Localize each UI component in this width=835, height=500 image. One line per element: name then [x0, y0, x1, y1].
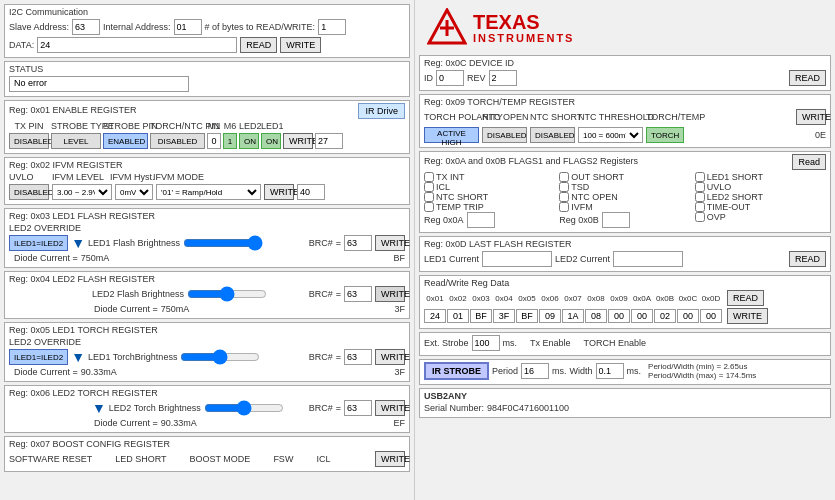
enable-reg-val[interactable] — [315, 133, 343, 149]
i2c-read-button[interactable]: READ — [240, 37, 277, 53]
rw-val-03[interactable]: BF — [470, 309, 492, 323]
flag-ivfm-checkbox[interactable] — [559, 202, 569, 212]
flag-tsd-row: TSD — [559, 182, 690, 192]
enable-write-button[interactable]: WRITE — [283, 133, 313, 149]
led1-toggle[interactable]: ON — [261, 133, 281, 149]
led1-torch-brc-val[interactable] — [344, 349, 372, 365]
strobe-pin-toggle[interactable]: ENABLED — [103, 133, 148, 149]
led2-torch-slider[interactable] — [204, 402, 284, 414]
led2-flash-write-button[interactable]: WRITE — [375, 286, 405, 302]
led2-diode-label: Diode Current = — [94, 304, 158, 314]
flag-icl-checkbox[interactable] — [424, 182, 434, 192]
rw-val-09[interactable]: 00 — [608, 309, 630, 323]
flag-uvlo-checkbox[interactable] — [695, 182, 705, 192]
rw-val-0b[interactable]: 02 — [654, 309, 676, 323]
last-flash-read-button[interactable]: READ — [789, 251, 826, 267]
rw-read-button[interactable]: READ — [727, 290, 764, 306]
torch-ntc-toggle[interactable]: DISABLED — [150, 133, 205, 149]
rw-val-0a[interactable]: 00 — [631, 309, 653, 323]
ifvm-level-select[interactable]: 3.00 ~ 2.9V — [52, 184, 112, 200]
rw-val-02[interactable]: 01 — [447, 309, 469, 323]
rw-val-06[interactable]: 09 — [539, 309, 561, 323]
flag-out-short-checkbox[interactable] — [559, 172, 569, 182]
device-rev-input[interactable] — [489, 70, 517, 86]
strobe-type-toggle[interactable]: LEVEL — [51, 133, 101, 149]
period-input[interactable] — [521, 363, 549, 379]
m1-header: M1 — [207, 121, 221, 131]
flag-temp-trip-checkbox[interactable] — [424, 202, 434, 212]
flag-ntc-short-row: NTC SHORT — [424, 192, 555, 202]
torch-polarity-toggle[interactable]: ACTIVE HIGH — [424, 127, 479, 143]
torch-toggle[interactable]: TORCH — [646, 127, 684, 143]
led2-torch-brc-equals: = — [336, 403, 341, 413]
led1-flash-slider[interactable] — [183, 237, 263, 249]
uvlo-toggle[interactable]: DISABLED — [9, 184, 49, 200]
period-ms: ms. — [552, 366, 567, 376]
rw-val-0c[interactable]: 00 — [677, 309, 699, 323]
led1-flash-brc-val[interactable] — [344, 235, 372, 251]
torch-ntc-header: TORCH/NTC PIN — [150, 121, 205, 131]
rw-val-05[interactable]: BF — [516, 309, 538, 323]
ntc-open-toggle[interactable]: DISABLED — [482, 127, 527, 143]
flag-temp-trip-row: TEMP TRIP — [424, 202, 555, 212]
led2-toggle[interactable]: ON — [239, 133, 259, 149]
rw-val-0d[interactable]: 00 — [700, 309, 722, 323]
led2-override-toggle[interactable]: ILED1=ILED2 — [9, 235, 68, 251]
rw-val-04[interactable]: 3F — [493, 309, 515, 323]
led1-torch-slider[interactable] — [180, 351, 260, 363]
ifvm-hyst-select[interactable]: 0mV — [115, 184, 153, 200]
last-flash-led1-input[interactable] — [482, 251, 552, 267]
icl-label: ICL — [316, 454, 330, 464]
torch-temp-write-button[interactable]: WRITE — [796, 109, 826, 125]
led1-torch-override-toggle[interactable]: ILED1=ILED2 — [9, 349, 68, 365]
reg-0b-input[interactable] — [602, 212, 630, 228]
i2c-write-button[interactable]: WRITE — [280, 37, 321, 53]
flag-icl-row: ICL — [424, 182, 555, 192]
torch-enable-label: TORCH Enable — [584, 338, 646, 348]
flag-tsd-checkbox[interactable] — [559, 182, 569, 192]
ntc-threshold-select[interactable]: 100 = 600mV — [578, 127, 643, 143]
led1-flash-write-button[interactable]: WRITE — [375, 235, 405, 251]
ext-strobe-input[interactable] — [472, 335, 500, 351]
width-input[interactable] — [596, 363, 624, 379]
flag-tx-int-checkbox[interactable] — [424, 172, 434, 182]
rw-val-07[interactable]: 1A — [562, 309, 584, 323]
m6-toggle[interactable]: 1 — [223, 133, 237, 149]
led2-flash-brc-val[interactable] — [344, 286, 372, 302]
last-flash-led2-input[interactable] — [613, 251, 683, 267]
device-id-input[interactable] — [436, 70, 464, 86]
led2-torch-brc-val[interactable] — [344, 400, 372, 416]
ifvm-reg-val[interactable] — [297, 184, 325, 200]
device-id-read-button[interactable]: READ — [789, 70, 826, 86]
ifvm-write-button[interactable]: WRITE — [264, 184, 294, 200]
led1-diode-val: 750mA — [81, 253, 110, 263]
tx-pin-toggle[interactable]: DISABLED — [9, 133, 49, 149]
flag-led1-short-checkbox[interactable] — [695, 172, 705, 182]
bytes-input[interactable] — [318, 19, 346, 35]
rw-val-08[interactable]: 08 — [585, 309, 607, 323]
flag-ntc-short-checkbox[interactable] — [424, 192, 434, 202]
flags-read-button[interactable]: Read — [792, 154, 826, 170]
flag-ntc-open-checkbox[interactable] — [559, 192, 569, 202]
rw-write-button[interactable]: WRITE — [727, 308, 768, 324]
flag-time-out-checkbox[interactable] — [695, 202, 705, 212]
rw-val-01[interactable]: 24 — [424, 309, 446, 323]
boost-write-button[interactable]: WRITE — [375, 451, 405, 467]
ir-strobe-button[interactable]: IR STROBE — [424, 362, 489, 380]
led2-flash-slider[interactable] — [187, 288, 267, 300]
ir-drive-button[interactable]: IR Drive — [358, 103, 405, 119]
led2-torch-write-button[interactable]: WRITE — [375, 400, 405, 416]
led2-torch-diode-val: 90.33mA — [161, 418, 197, 428]
m1-input[interactable] — [207, 133, 221, 149]
ti-logo: TEXAS INSTRUMENTS — [419, 4, 831, 52]
internal-address-input[interactable] — [174, 19, 202, 35]
flag-ovp-checkbox[interactable] — [695, 212, 705, 222]
ifvm-mode-select[interactable]: '01' = Ramp/Hold — [156, 184, 261, 200]
slave-address-input[interactable] — [72, 19, 100, 35]
ext-strobe-label: Ext. Strobe — [424, 338, 469, 348]
data-input[interactable] — [37, 37, 237, 53]
flag-led2-short-checkbox[interactable] — [695, 192, 705, 202]
led1-torch-write-button[interactable]: WRITE — [375, 349, 405, 365]
reg-0a-input[interactable] — [467, 212, 495, 228]
ntc-short-toggle[interactable]: DISABLED — [530, 127, 575, 143]
